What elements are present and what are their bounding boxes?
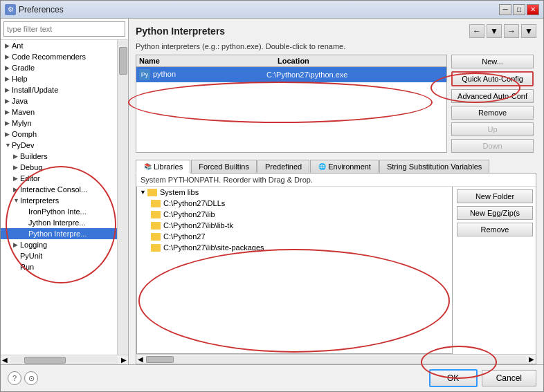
- remove-path-button[interactable]: Remove: [457, 223, 533, 236]
- down-button[interactable]: Down: [451, 139, 534, 153]
- path-label: C:\Python27\lib: [163, 210, 215, 218]
- col-name-header: Name: [139, 57, 278, 65]
- tab-libraries[interactable]: 📚 Libraries: [136, 160, 190, 174]
- sidebar-item-label: Gradle: [12, 64, 35, 72]
- tree-arrow: ▶: [5, 42, 12, 49]
- environment-icon: 🌐: [318, 162, 326, 171]
- search-input[interactable]: [3, 21, 125, 37]
- maximize-button[interactable]: □: [513, 4, 525, 15]
- cancel-button[interactable]: Cancel: [482, 370, 536, 386]
- advanced-auto-conf-button[interactable]: Advanced Auto-Conf: [451, 89, 534, 103]
- new-button[interactable]: New...: [451, 55, 534, 68]
- sidebar-item-oomph[interactable]: ▶Oomph: [1, 129, 117, 140]
- path-folder-icon: [151, 222, 161, 230]
- preferences-window: ⚙ Preferences ─ □ ✕ ▶Ant▶Code Recommende…: [0, 0, 544, 392]
- title-buttons: ─ □ ✕: [499, 4, 539, 15]
- sidebar-item-label: Interpreters: [20, 196, 59, 205]
- sidebar-item-interactive-console[interactable]: ▶Interactive Consol...: [1, 184, 117, 195]
- sidebar-item-label: Help: [12, 75, 28, 83]
- sidebar-item-label: Code Recommenders: [12, 53, 86, 61]
- sidebar-item-pyunit[interactable]: PyUnit: [1, 250, 117, 261]
- sidebar-item-ironpython[interactable]: IronPython Inte...: [1, 206, 117, 217]
- sidebar-item-jython[interactable]: Jython Interpre...: [1, 217, 117, 228]
- help-button[interactable]: ?: [8, 371, 21, 385]
- interpreter-buttons: New... Quick Auto-Config Advanced Auto-C…: [447, 55, 536, 153]
- sidebar-item-debug[interactable]: ▶Debug: [1, 162, 117, 173]
- minimize-button[interactable]: ─: [499, 4, 511, 15]
- sidebar-item-editor[interactable]: ▶Editor: [1, 173, 117, 184]
- tab-forced-builtins[interactable]: Forced Builtins: [191, 160, 257, 173]
- system-libs-root[interactable]: ▼ System libs: [137, 187, 452, 198]
- window-title: Preferences: [19, 5, 64, 15]
- path-item[interactable]: C:\Python27\lib: [137, 209, 452, 220]
- path-item[interactable]: C:\Python27\lib\site-packages: [137, 242, 452, 253]
- sidebar-item-python-interp[interactable]: Python Interpre...: [1, 228, 117, 239]
- sidebar-item-label: Python Interpre...: [28, 230, 87, 238]
- tab-string-substitution[interactable]: String Substitution Variables: [379, 160, 489, 173]
- path-item[interactable]: C:\Python27\lib\lib-tk: [137, 220, 452, 231]
- sidebar-item-mylyn[interactable]: ▶Mylyn: [1, 118, 117, 129]
- tree-arrow: ▶: [5, 64, 12, 71]
- path-label: C:\Python27\DLLs: [163, 199, 225, 207]
- window-icon: ⚙: [5, 4, 16, 15]
- path-label: C:\Python27\lib\site-packages: [163, 243, 264, 252]
- ok-button[interactable]: OK: [429, 369, 478, 387]
- tab-description: System PYTHONPATH. Reorder with Drag & D…: [136, 174, 536, 187]
- nav-back-button[interactable]: ←: [469, 24, 484, 38]
- sidebar-item-ant[interactable]: ▶Ant: [1, 40, 117, 51]
- up-button[interactable]: Up: [451, 122, 534, 136]
- interpreter-location: C:\Python27\python.exe: [266, 71, 444, 79]
- panel-header: Python Interpreters ← ▼ → ▼: [129, 19, 543, 41]
- remove-interpreter-button[interactable]: Remove: [451, 106, 534, 120]
- title-bar: ⚙ Preferences ─ □ ✕: [1, 1, 543, 19]
- main-content: ▶Ant▶Code Recommenders▶Gradle▶Help▶Insta…: [1, 19, 543, 364]
- nav-menu-button[interactable]: ▼: [521, 24, 536, 38]
- tree-arrow: ▶: [13, 164, 20, 171]
- tab-environment[interactable]: 🌐 Environment: [310, 160, 379, 173]
- new-folder-button[interactable]: New Folder: [457, 189, 533, 203]
- close-button[interactable]: ✕: [527, 4, 539, 15]
- sidebar-item-label: Java: [12, 97, 28, 105]
- nav-forward-button[interactable]: →: [504, 24, 519, 38]
- sidebar-scrollbar: [117, 40, 128, 355]
- settings-help-button[interactable]: ⊙: [24, 371, 38, 385]
- sidebar-item-run[interactable]: Run: [1, 261, 117, 272]
- path-folder-icon: [151, 244, 161, 252]
- tree-arrow: ▼: [5, 142, 12, 149]
- sidebar-item-label: Logging: [20, 241, 47, 249]
- sidebar-item-gradle[interactable]: ▶Gradle: [1, 62, 117, 73]
- help-icons: ? ⊙: [8, 371, 38, 385]
- sidebar-item-label: PyUnit: [20, 252, 42, 260]
- tabs-bar: 📚 Libraries Forced Builtins Predefined 🌐…: [136, 160, 536, 174]
- python-icon: Py: [139, 69, 150, 80]
- new-egg-zip-button[interactable]: New Egg/Zip(s: [457, 206, 533, 220]
- path-label: C:\Python27: [163, 232, 206, 241]
- sidebar-item-pydev[interactable]: ▼PyDev: [1, 140, 117, 151]
- sidebar-item-label: Interactive Consol...: [20, 185, 87, 194]
- sidebar-item-java[interactable]: ▶Java: [1, 95, 117, 106]
- quick-auto-config-button[interactable]: Quick Auto-Config: [451, 71, 534, 86]
- sidebar-item-interpreters[interactable]: ▼Interpreters: [1, 195, 117, 206]
- sidebar-item-code-recommenders[interactable]: ▶Code Recommenders: [1, 51, 117, 62]
- sidebar-item-maven[interactable]: ▶Maven: [1, 106, 117, 118]
- path-item[interactable]: C:\Python27\DLLs: [137, 198, 452, 209]
- sidebar-item-label: Jython Interpre...: [28, 218, 86, 227]
- tab-content: System PYTHONPATH. Reorder with Drag & D…: [136, 174, 536, 364]
- tree-arrow: ▶: [5, 75, 12, 82]
- col-location-header: Location: [278, 57, 444, 65]
- sidebar-item-help[interactable]: ▶Help: [1, 73, 117, 84]
- sidebar-item-builders[interactable]: ▶Builders: [1, 151, 117, 162]
- sidebar-item-label: Builders: [20, 152, 48, 160]
- tab-predefined[interactable]: Predefined: [257, 160, 309, 173]
- right-panel: Python Interpreters ← ▼ → ▼ Python inter…: [129, 19, 543, 364]
- tree-arrow: ▶: [13, 175, 20, 182]
- nav-dropdown-button[interactable]: ▼: [487, 24, 502, 38]
- sidebar-item-label: Editor: [20, 174, 40, 183]
- interpreter-row[interactable]: Pypython C:\Python27\python.exe: [136, 67, 446, 82]
- tree-arrow: ▼: [13, 197, 20, 204]
- sidebar-item-logging[interactable]: ▶Logging: [1, 239, 117, 250]
- tree-arrow: ▶: [13, 241, 20, 248]
- sidebar-item-install-update[interactable]: ▶Install/Update: [1, 84, 117, 95]
- path-item[interactable]: C:\Python27: [137, 231, 452, 242]
- table-header: Name Location: [136, 55, 446, 67]
